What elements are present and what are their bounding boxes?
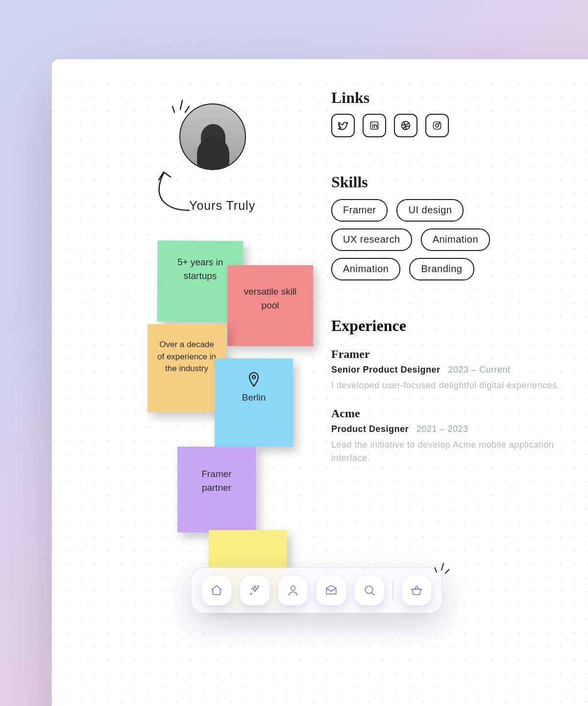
dribbble-icon [400,120,411,131]
job-company: Acme [331,407,588,420]
skill-chip[interactable]: Animation [421,228,490,251]
skill-chip[interactable]: Animation [331,258,400,280]
accent-marks-icon [435,562,449,576]
job-dates: 2023 – Current [448,365,511,375]
svg-point-0 [252,376,255,378]
job-company: Framer [331,348,588,361]
mail-icon [325,584,338,597]
floating-toolbar [191,567,442,613]
mail-button[interactable] [316,575,346,605]
linkedin-link[interactable] [363,114,386,137]
search-icon [363,584,376,597]
profile-name-label: Yours Truly [189,199,255,213]
user-icon [287,584,299,597]
skills-heading: Skills [331,173,547,191]
experience-heading: Experience [331,317,588,335]
linkedin-icon [369,121,379,130]
job-dates: 2021 – 2023 [416,424,468,434]
experience-section: Experience Framer Senior Product Designe… [331,317,588,479]
search-button[interactable] [354,575,385,605]
instagram-link[interactable] [425,114,449,137]
sparkle-button[interactable] [240,575,270,605]
sparkle-icon [248,584,261,597]
skill-chip[interactable]: Branding [409,258,474,280]
experience-item: Framer Senior Product Designer 2023 – Cu… [331,348,588,392]
svg-point-5 [439,123,440,124]
twitter-icon [338,120,348,131]
avatar[interactable] [179,103,244,168]
arrow-icon [140,166,194,215]
basket-icon [410,584,423,597]
experience-item: Acme Product Designer 2021 – 2023 Lead t… [331,407,588,465]
svg-point-7 [365,586,372,593]
instagram-icon [432,121,442,130]
home-icon [210,584,223,597]
dribbble-link[interactable] [394,114,417,137]
skill-chip[interactable]: Framer [331,199,388,222]
sticky-note-orange[interactable]: Over a decade of experience in the indus… [147,324,226,412]
twitter-link[interactable] [331,114,355,137]
links-section: Links [331,89,449,137]
job-role: Senior Product Designer [331,365,441,375]
sticky-note-purple[interactable]: Framer partner [177,447,256,532]
job-role: Product Designer [331,424,409,434]
job-description: Lead the initiative to develop Acme mobi… [331,438,586,465]
skill-chip[interactable]: UX research [331,228,412,251]
skills-section: Skills Framer UI design UX research Anim… [331,173,547,280]
home-button[interactable] [201,575,232,605]
svg-point-6 [291,586,295,590]
sticky-blue-label: Berlin [242,392,266,403]
toolbar-separator [392,580,393,600]
profile-button[interactable] [278,575,308,605]
basket-button[interactable] [401,575,432,605]
pin-icon [248,372,260,387]
sticky-note-red[interactable]: versatile skill pool [227,265,313,346]
sticky-note-blue[interactable]: Berlin [215,358,293,447]
links-heading: Links [331,89,449,107]
job-description: I developed user-focused delightful digi… [331,379,586,392]
skill-chip[interactable]: UI design [396,199,464,222]
svg-point-4 [436,124,439,127]
canvas-window: Yours Truly 5+ years in startups versati… [51,59,588,706]
